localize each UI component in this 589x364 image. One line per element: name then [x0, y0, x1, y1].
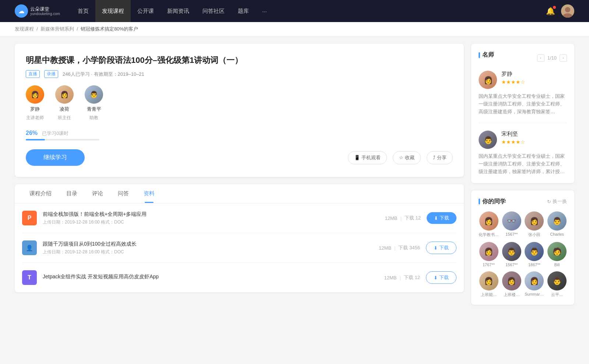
panel-prev-btn[interactable]: ‹	[537, 54, 544, 62]
instructor-2: 👩 凌荷 班主任	[55, 85, 74, 121]
download-button-3[interactable]: ⬇ 下载	[426, 271, 456, 284]
classmate-avatar-4: 👨	[547, 211, 567, 231]
instructor-avatar-3: 👨	[85, 85, 103, 104]
download-button-2[interactable]: ⬇ 下载	[426, 242, 456, 254]
continue-button[interactable]: 继续学习	[26, 149, 85, 166]
teacher-top-1: 👩 罗静 ★★★★☆	[479, 71, 567, 89]
breadcrumb-current: 销冠修炼术搞定80%的客户	[81, 26, 138, 32]
course-header-card: 明星中教授课，小学阶段语法100分–强化级第1讲动词（一） 直播 录播 246人…	[15, 44, 464, 177]
classmate-name-8: Bill	[554, 263, 560, 267]
navbar: ☁ 云朵课堂 yundouketing.com 首页 发现课程 公开课 新闻资讯…	[0, 0, 589, 22]
mobile-icon: 📱	[354, 155, 360, 160]
breadcrumb-series[interactable]: 新媒体营销系列	[40, 26, 74, 32]
classmate-name-11: Summar…	[525, 292, 544, 296]
classmate-avatar-5: 👩	[479, 242, 498, 261]
teachers-panel: 名师 ‹ 1/10 › 👩 罗静 ★★★★☆	[471, 44, 574, 183]
download-icon-2: ⬇	[434, 245, 438, 251]
resource-downloads-2: 下载 3456	[398, 245, 420, 251]
tab-materials[interactable]: 资料	[136, 184, 162, 203]
tab-catalog[interactable]: 目录	[59, 184, 85, 203]
instructor-role-1: 主讲老师	[26, 115, 44, 121]
user-avatar-nav[interactable]	[561, 4, 574, 18]
panel-nav: ‹ 1/10 ›	[537, 54, 567, 62]
classmate-avatar-6: 👨	[502, 242, 521, 261]
tab-intro[interactable]: 课程介绍	[22, 184, 59, 203]
classmate-name-2: 1567**	[505, 232, 518, 236]
teacher-name-1: 罗静	[501, 71, 525, 78]
resource-item-3: T Jetpack全组件实战 开发短视频应用高仿皮皮虾App 12MB | 下载…	[22, 263, 456, 292]
classmates-grid: 👩 化学教书… 👓 1567** 👩 张小田 👨 Charles 👩	[479, 211, 567, 297]
teacher-avatar-2: 👨	[479, 131, 497, 149]
classmate-avatar-12: 👨	[547, 271, 567, 290]
instructor-name-3: 青青平	[87, 106, 101, 113]
classmates-header: 你的同学 ↻ 换一换	[479, 198, 567, 206]
classmate-4: 👨 Charles	[547, 211, 567, 238]
tabs-section: 课程介绍 目录 评论 问答 资料 P 前端全栈加强版！前端全栈+全周期+多端应用…	[15, 184, 464, 292]
share-button[interactable]: ⤴ 分享	[427, 151, 453, 164]
tab-qa[interactable]: 问答	[110, 184, 136, 203]
nav-item-qa[interactable]: 问答社区	[196, 0, 231, 22]
mobile-watch-button[interactable]: 📱 手机观看	[348, 151, 387, 164]
instructor-name-1: 罗静	[30, 106, 40, 113]
classmate-name-10: 上班楼…	[504, 292, 520, 297]
classmate-name-7: 1867**	[528, 263, 540, 267]
teacher-top-2: 👨 宋利坚 ★★★★☆	[479, 131, 567, 149]
resource-icon-1: P	[22, 211, 37, 225]
resource-item-2: 👤 跟随千万级项目从0到100全过程高效成长 上传日期：2019-12-28 1…	[22, 233, 456, 263]
notification-bell[interactable]: 🔔	[546, 7, 555, 15]
download-icon-3: ⬇	[434, 275, 438, 281]
download-button-1[interactable]: ⬇ 下载	[427, 212, 456, 224]
classmate-avatar-9: 👩	[479, 271, 498, 290]
action-row: 继续学习 📱 手机观看 ☆ 收藏 ⤴ 分享	[26, 149, 453, 166]
resource-icon-2: 👤	[22, 240, 37, 255]
tabs-header: 课程介绍 目录 评论 问答 资料	[15, 184, 464, 203]
resource-stats-2: 12MB | 下载 3456	[379, 245, 420, 251]
content-right: 名师 ‹ 1/10 › 👩 罗静 ★★★★☆	[471, 44, 574, 312]
classmate-1: 👩 化学教书…	[479, 211, 499, 238]
nav-item-open[interactable]: 公开课	[131, 0, 161, 22]
logo-name: 云朵课堂	[30, 6, 60, 12]
classmate-avatar-1: 👩	[479, 211, 498, 231]
logo[interactable]: ☁ 云朵课堂 yundouketing.com	[15, 4, 60, 18]
instructor-avatar-2: 👩	[55, 85, 74, 104]
resource-downloads-3: 下载 12	[404, 274, 420, 281]
resource-size-2: 12MB	[379, 245, 391, 251]
instructor-name-2: 凌荷	[60, 106, 69, 113]
instructor-3: 👨 青青平 助教	[85, 85, 103, 121]
classmate-12: 👨 云平…	[547, 271, 567, 297]
refresh-button[interactable]: ↻ 换一换	[547, 198, 567, 205]
panel-next-btn[interactable]: ›	[560, 54, 567, 62]
resource-info-3: Jetpack全组件实战 开发短视频应用高仿皮皮虾App	[43, 274, 378, 282]
page-body: 明星中教授课，小学阶段语法100分–强化级第1讲动词（一） 直播 录播 246人…	[0, 36, 589, 320]
tab-review[interactable]: 评论	[85, 184, 110, 203]
classmates-title: 你的同学	[479, 198, 506, 206]
classmate-name-1: 化学教书…	[479, 232, 499, 238]
classmate-10: 👩 上班楼…	[502, 271, 522, 297]
teacher-info-2: 宋利坚 ★★★★☆	[501, 131, 525, 145]
teacher-card-2: 👨 宋利坚 ★★★★☆ 国内某重点大学安全工程专业硕士，国家一级注册消防工程师、…	[479, 131, 567, 175]
teacher-card-1: 👩 罗静 ★★★★☆ 国内某重点大学安全工程专业硕士，国家一级注册消防工程师、注…	[479, 71, 567, 123]
nav-item-more[interactable]: ···	[255, 0, 274, 22]
nav-item-home[interactable]: 首页	[71, 0, 95, 22]
nav-item-discover[interactable]: 发现课程	[95, 0, 131, 22]
classmate-9: 👩 上班能…	[479, 271, 499, 297]
resource-item-1: P 前端全栈加强版！前端全栈+全周期+多端应用 上传日期：2019-12-28 …	[22, 203, 456, 233]
classmate-name-4: Charles	[550, 232, 564, 236]
progress-fill	[26, 139, 45, 140]
classmate-name-3: 张小田	[528, 232, 540, 238]
download-icon-1: ⬇	[434, 215, 438, 221]
collect-button[interactable]: ☆ 收藏	[393, 151, 421, 164]
progress-label: 26%	[26, 130, 38, 136]
breadcrumb-discover[interactable]: 发现课程	[15, 26, 34, 32]
nav-right: 🔔	[546, 4, 574, 18]
classmate-avatar-10: 👩	[502, 271, 521, 290]
logo-text-block: 云朵课堂 yundouketing.com	[30, 6, 60, 16]
nav-item-questions[interactable]: 题库	[231, 0, 255, 22]
classmate-8: 🧑 Bill	[547, 242, 567, 267]
resource-stats-3: 12MB | 下载 12	[384, 274, 420, 281]
classmate-name-6: 1567**	[505, 263, 518, 267]
nav-item-news[interactable]: 新闻资讯	[161, 0, 196, 22]
badge-record: 录播	[44, 70, 58, 78]
instructor-role-2: 班主任	[58, 115, 71, 121]
classmate-11: 👩 Summar…	[525, 271, 544, 297]
